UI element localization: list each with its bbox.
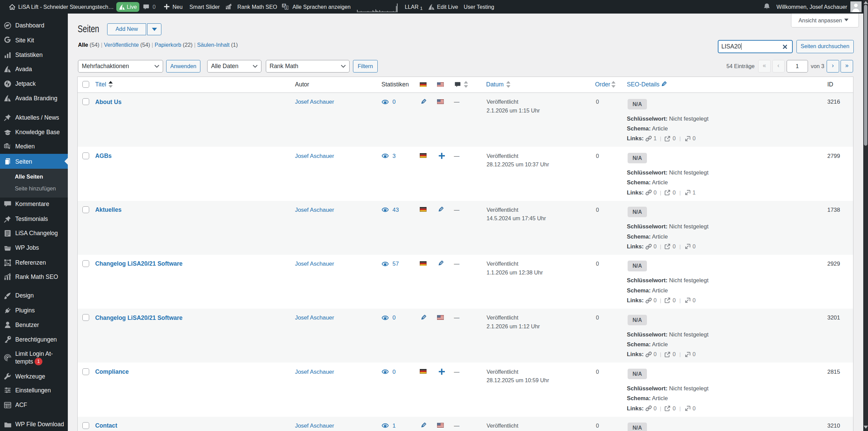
svg-text:文: 文	[285, 6, 288, 9]
